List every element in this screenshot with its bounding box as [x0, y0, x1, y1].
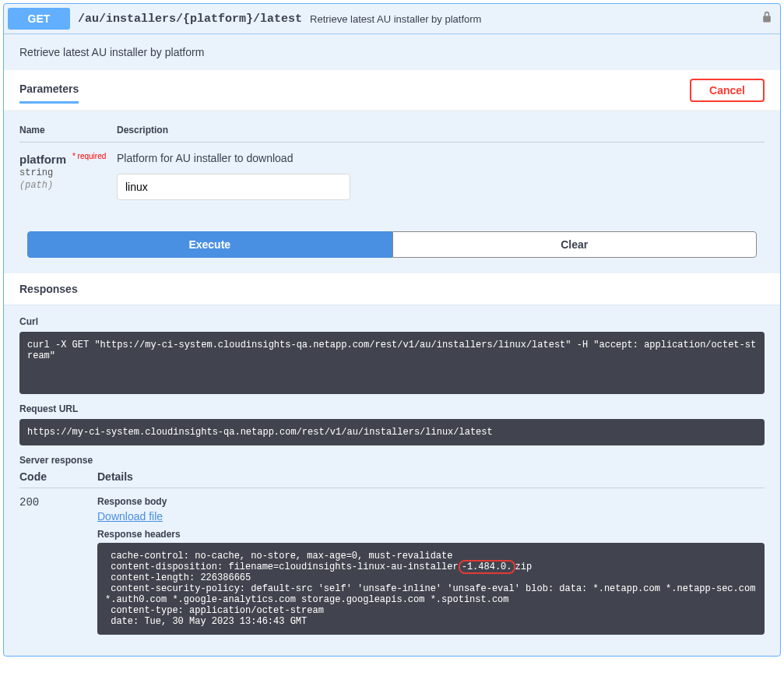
response-status-code: 200 [19, 496, 97, 509]
download-file-link[interactable]: Download file [97, 510, 163, 523]
parameter-in: (path) [19, 178, 117, 191]
column-header-code: Code [19, 470, 97, 483]
parameters-tab-header: Parameters Cancel [4, 70, 780, 111]
clear-button[interactable]: Clear [392, 231, 758, 258]
parameter-row: platform * required string (path) Platfo… [19, 143, 765, 200]
request-url[interactable]: https://my-ci-system.cloudinsights-qa.ne… [19, 419, 765, 445]
parameters-table: Name Description platform * required str… [4, 111, 780, 216]
curl-label: Curl [19, 316, 765, 327]
parameters-tab[interactable]: Parameters [19, 76, 79, 104]
parameter-meta: platform * required string (path) [19, 152, 117, 191]
responses-inner: Curl curl -X GET "https://my-ci-system.c… [4, 305, 780, 656]
operation-block: GET /au/installers/{platform}/latest Ret… [3, 3, 781, 657]
operation-body: Retrieve latest AU installer by platform… [4, 34, 780, 656]
column-header-description: Description [117, 125, 765, 136]
parameter-type: string [19, 166, 117, 178]
required-indicator: * required [69, 152, 106, 160]
cancel-button[interactable]: Cancel [690, 79, 765, 102]
response-body-label: Response body [97, 496, 765, 507]
column-header-name: Name [19, 125, 117, 136]
server-response-label: Server response [19, 455, 765, 466]
response-headers-block[interactable]: cache-control: no-cache, no-store, max-a… [97, 543, 765, 635]
lock-icon[interactable] [761, 11, 776, 26]
curl-command[interactable]: curl -X GET "https://my-ci-system.cloudi… [19, 332, 765, 394]
responses-section-header: Responses [4, 273, 780, 305]
operation-summary-row[interactable]: GET /au/installers/{platform}/latest Ret… [4, 4, 780, 34]
response-details: Response body Download file Response hea… [97, 496, 765, 644]
version-highlight: -1.484.0. [459, 560, 515, 574]
parameter-name: platform [19, 153, 66, 166]
parameters-header-row: Name Description [19, 118, 765, 143]
parameter-description-cell: Platform for AU installer to download [117, 152, 765, 200]
endpoint-summary: Retrieve latest AU installer by platform [310, 13, 761, 25]
execute-button[interactable]: Execute [27, 231, 392, 258]
platform-input[interactable] [117, 174, 350, 200]
operation-description: Retrieve latest AU installer by platform [4, 34, 780, 70]
parameter-description: Platform for AU installer to download [117, 152, 765, 164]
action-button-row: Execute Clear [4, 216, 780, 273]
response-table-header: Code Details [19, 470, 765, 488]
column-header-details: Details [97, 470, 765, 483]
request-url-label: Request URL [19, 403, 765, 414]
endpoint-path: /au/installers/{platform}/latest [70, 12, 310, 26]
response-headers-label: Response headers [97, 529, 765, 540]
http-method-badge: GET [8, 8, 70, 30]
response-row: 200 Response body Download file Response… [19, 496, 765, 644]
response-headers-pre: cache-control: no-cache, no-store, max-a… [105, 551, 459, 572]
